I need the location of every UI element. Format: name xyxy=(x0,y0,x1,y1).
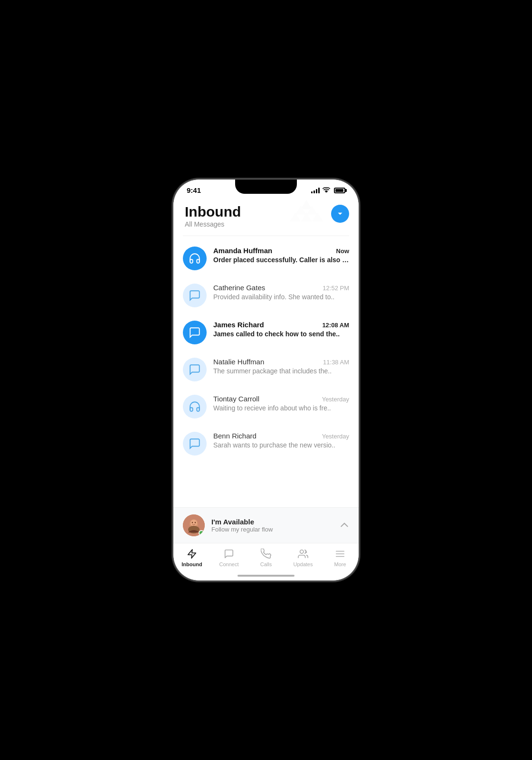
message-content: Catherine Gates 12:52 PM Provided availa… xyxy=(213,284,349,301)
chat-icon xyxy=(189,289,201,302)
message-time: 12:52 PM xyxy=(323,285,349,292)
sender-name: James Richard xyxy=(213,321,264,329)
nav-label-calls: Calls xyxy=(260,561,272,567)
message-time: Yesterday xyxy=(322,396,349,403)
sender-name: Benn Richard xyxy=(213,432,256,440)
message-time: 11:38 AM xyxy=(323,359,349,366)
headset-icon xyxy=(189,252,201,265)
avatar xyxy=(183,321,207,344)
message-preview: Waiting to recieve info about who is fre… xyxy=(213,404,349,412)
svg-point-3 xyxy=(190,520,197,526)
nav-item-inbound[interactable]: Inbound xyxy=(173,548,210,567)
status-icons xyxy=(311,187,345,194)
nav-item-updates[interactable]: Updates xyxy=(285,548,322,567)
inbound-icon xyxy=(186,548,198,560)
headset-icon xyxy=(189,400,201,413)
screen: 9:41 xyxy=(173,180,359,580)
nav-label-updates: Updates xyxy=(294,561,313,567)
connect-icon xyxy=(223,548,235,560)
chevron-down-icon xyxy=(336,209,344,218)
battery-icon xyxy=(334,188,345,193)
notch xyxy=(235,180,297,194)
message-list: Amanda Huffman Now Order placed successf… xyxy=(173,236,359,507)
watermark xyxy=(287,198,325,233)
message-time: Yesterday xyxy=(322,433,349,440)
list-item[interactable]: Amanda Huffman Now Order placed successf… xyxy=(173,240,359,277)
calls-icon xyxy=(260,548,272,560)
message-content: Benn Richard Yesterday Sarah wants to pu… xyxy=(213,432,349,449)
sender-name: Amanda Huffman xyxy=(213,247,272,255)
status-description: Follow my regular flow xyxy=(211,526,333,533)
list-item[interactable]: James Richard 12:08 AM James called to c… xyxy=(173,314,359,351)
nav-label-more: More xyxy=(334,561,346,567)
message-time: Now xyxy=(336,247,349,255)
avatar xyxy=(183,284,207,307)
svg-point-9 xyxy=(305,551,307,553)
chevron-up-icon[interactable] xyxy=(340,521,349,531)
sender-name: Tiontay Carroll xyxy=(213,395,259,403)
status-time: 9:41 xyxy=(187,186,201,194)
nav-label-inbound: Inbound xyxy=(181,561,202,567)
more-icon xyxy=(334,548,346,560)
home-indicator xyxy=(238,575,294,577)
signal-bars-icon xyxy=(311,188,320,193)
message-content: Natalie Huffman 11:38 AM The summer pack… xyxy=(213,358,349,375)
chat-icon xyxy=(189,326,201,339)
list-item[interactable]: Benn Richard Yesterday Sarah wants to pu… xyxy=(173,425,359,462)
message-content: Tiontay Carroll Yesterday Waiting to rec… xyxy=(213,395,349,412)
message-time: 12:08 AM xyxy=(322,322,349,329)
header: Inbound All Messages xyxy=(173,198,359,236)
availability-status: I'm Available xyxy=(211,518,333,526)
dropdown-button[interactable] xyxy=(331,205,349,223)
phone-frame: 9:41 xyxy=(173,180,359,580)
user-avatar xyxy=(183,514,205,536)
message-content: Amanda Huffman Now Order placed successf… xyxy=(213,247,349,264)
chat-icon xyxy=(189,363,201,376)
avatar xyxy=(183,358,207,381)
svg-point-8 xyxy=(300,550,304,553)
list-item[interactable]: Natalie Huffman 11:38 AM The summer pack… xyxy=(173,351,359,388)
sender-name: Natalie Huffman xyxy=(213,358,264,366)
online-indicator xyxy=(199,530,204,536)
nav-item-connect[interactable]: Connect xyxy=(210,548,247,567)
svg-point-5 xyxy=(195,522,196,523)
status-panel[interactable]: I'm Available Follow my regular flow xyxy=(173,507,359,543)
message-preview: Provided availability info. She wanted t… xyxy=(213,293,349,301)
message-preview: The summer package that includes the.. xyxy=(213,367,349,375)
avatar xyxy=(183,395,207,418)
svg-marker-7 xyxy=(188,550,196,558)
message-preview: Sarah wants to purchase the new versio.. xyxy=(213,441,349,449)
list-item[interactable]: Tiontay Carroll Yesterday Waiting to rec… xyxy=(173,388,359,425)
nav-label-connect: Connect xyxy=(219,561,239,567)
wifi-icon xyxy=(323,187,330,194)
list-item[interactable]: Catherine Gates 12:52 PM Provided availa… xyxy=(173,277,359,314)
nav-item-more[interactable]: More xyxy=(322,548,359,567)
status-text: I'm Available Follow my regular flow xyxy=(211,518,333,533)
svg-point-0 xyxy=(326,191,327,192)
updates-icon xyxy=(297,548,309,560)
svg-point-4 xyxy=(192,522,193,523)
message-preview: Order placed successfully. Caller is als… xyxy=(213,256,349,264)
sender-name: Catherine Gates xyxy=(213,284,265,292)
chat-icon xyxy=(189,437,201,450)
nav-item-calls[interactable]: Calls xyxy=(247,548,285,567)
message-content: James Richard 12:08 AM James called to c… xyxy=(213,321,349,338)
avatar xyxy=(183,247,207,270)
avatar xyxy=(183,432,207,456)
message-preview: James called to check how to send the.. xyxy=(213,330,349,338)
